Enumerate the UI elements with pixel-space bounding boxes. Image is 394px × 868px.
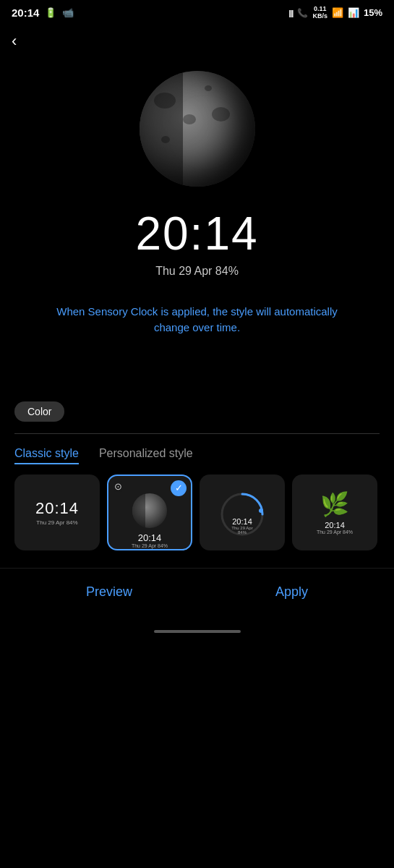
clock-card-plant[interactable]: 🌿 20:14 Thu 29 Apr 84% <box>292 475 377 550</box>
card2-time: 20:14 <box>138 532 162 543</box>
home-indicator <box>0 623 394 644</box>
tab-personalized[interactable]: Personalized style <box>99 444 193 464</box>
wifi-icon: 📶 <box>332 7 343 18</box>
action-row: Preview Apply <box>0 568 394 623</box>
color-button[interactable]: Color <box>14 401 64 422</box>
card2-date: Thu 29 Apr 84% <box>132 543 168 548</box>
card2-ring-icon: ⊙ <box>114 481 122 492</box>
card2-moon <box>132 493 167 528</box>
battery-icon: 🔋 <box>45 7 56 18</box>
signal-icon: 📊 <box>348 7 359 18</box>
clock-card-text[interactable]: 20:14 Thu 29 Apr 84% <box>14 475 100 550</box>
preview-area: 20:14 Thu 29 Apr 84% When Sensory Clock … <box>0 56 394 394</box>
color-section: Color <box>0 394 394 422</box>
moon-image <box>140 71 255 187</box>
status-left: 20:14 🔋 📹 <box>12 7 74 19</box>
card3-arc-container: 20:14 Thu 29 Apr 84% <box>217 489 267 536</box>
vibrate-icon: ||| <box>288 9 293 17</box>
clock-style-cards: 20:14 Thu 29 Apr 84% ⊙ 20:14 Thu 29 Apr … <box>0 475 394 562</box>
call-icon: 📞 <box>297 8 308 18</box>
back-button[interactable]: ‹ <box>0 23 394 56</box>
apply-button[interactable]: Apply <box>247 576 337 608</box>
battery-level: 15% <box>364 7 382 18</box>
clock-card-arc[interactable]: 20:14 Thu 29 Apr 84% <box>200 475 285 550</box>
card3-date: Thu 29 Apr 84% <box>230 526 255 535</box>
card3-time: 20:14 <box>230 517 255 526</box>
preview-clock-time: 20:14 <box>135 207 258 260</box>
card4-time: 20:14 <box>325 521 345 529</box>
home-bar <box>154 630 241 633</box>
svg-point-1 <box>259 509 263 513</box>
card2-check: ✓ <box>171 480 187 496</box>
card4-date: Thu 29 Apr 84% <box>317 529 353 535</box>
tab-classic[interactable]: Classic style <box>14 444 79 464</box>
sensory-note: When Sensory Clock is applied, the style… <box>14 304 380 336</box>
card1-time: 20:14 <box>35 499 79 518</box>
camera-icon: 📹 <box>62 7 74 18</box>
clock-card-moon[interactable]: ⊙ 20:14 Thu 29 Apr 84% ✓ <box>107 475 192 550</box>
status-right: ||| 📞 0.11KB/s 📶 📊 15% <box>288 6 382 20</box>
status-time: 20:14 <box>12 7 39 19</box>
preview-button[interactable]: Preview <box>57 576 161 608</box>
card1-date: Thu 29 Apr 84% <box>36 519 77 526</box>
card3-time-container: 20:14 Thu 29 Apr 84% <box>230 517 255 535</box>
status-bar: 20:14 🔋 📹 ||| 📞 0.11KB/s 📶 📊 15% <box>0 0 394 23</box>
style-tabs: Classic style Personalized style <box>0 434 394 475</box>
network-speed: 0.11KB/s <box>312 6 327 20</box>
card4-plant-icon: 🌿 <box>320 490 349 518</box>
preview-clock-date: Thu 29 Apr 84% <box>155 265 239 278</box>
